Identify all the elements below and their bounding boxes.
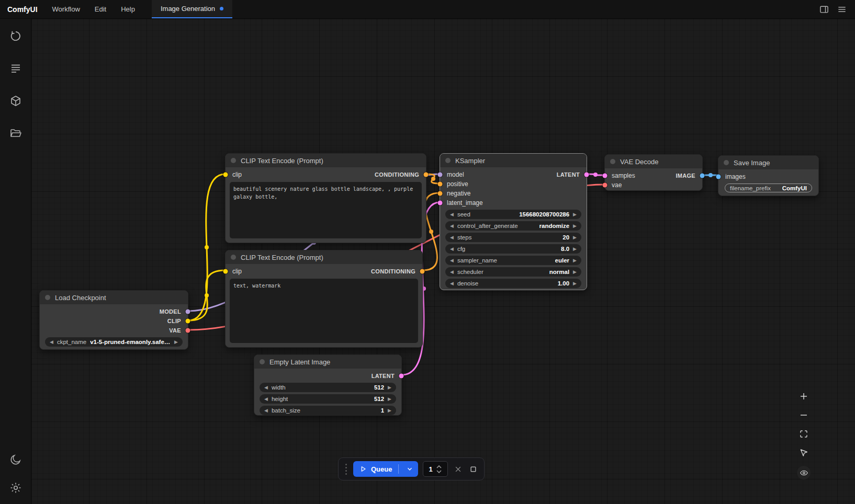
increment-arrow-icon[interactable]: ▶ [573, 224, 577, 228]
decrement-arrow-icon[interactable]: ◀ [450, 270, 454, 274]
collapse-dot[interactable] [610, 159, 615, 164]
increment-arrow-icon[interactable]: ▶ [388, 385, 391, 390]
stop-button[interactable] [468, 462, 479, 476]
menu-edit[interactable]: Edit [87, 0, 114, 18]
node-header[interactable]: Save Image [718, 156, 818, 169]
widget-scheduler[interactable]: ◀ scheduler normal ▶ [445, 267, 581, 277]
panel-toggle-icon[interactable] [817, 3, 831, 16]
input-port-model[interactable] [438, 173, 443, 177]
collapse-dot[interactable] [445, 158, 451, 163]
node-vae-decode[interactable]: VAE Decode samples IMAGE vae [604, 154, 703, 191]
node-load-checkpoint[interactable]: Load Checkpoint MODEL CLIP VAE ◀ ckpt_na… [39, 290, 188, 350]
input-port-vae[interactable] [603, 183, 608, 188]
output-port-latent[interactable] [584, 173, 589, 177]
increment-arrow-icon[interactable]: ▶ [573, 212, 577, 217]
select-mode-button[interactable] [798, 447, 809, 459]
widget-sampler-name[interactable]: ◀ sampler_name euler ▶ [445, 256, 581, 265]
increment-arrow-icon[interactable]: ▶ [388, 397, 391, 402]
positive-prompt-textarea[interactable]: beautiful scenery nature glass bottle la… [230, 182, 422, 238]
decrement-arrow-icon[interactable]: ◀ [450, 235, 454, 240]
collapse-dot[interactable] [231, 255, 236, 260]
settings-gear-icon[interactable] [9, 481, 22, 495]
widget-batch-size[interactable]: ◀ batch_size 1 ▶ [260, 406, 396, 415]
output-port-vae[interactable] [186, 328, 190, 333]
step-up-icon[interactable] [436, 465, 442, 468]
cancel-button[interactable] [453, 462, 463, 476]
widget-width[interactable]: ◀ width 512 ▶ [260, 383, 396, 392]
tab-image-generation[interactable]: Image Generation [152, 0, 232, 18]
toggle-link-visibility-button[interactable] [797, 466, 811, 479]
collapse-dot[interactable] [724, 160, 729, 165]
negative-prompt-textarea[interactable]: text, watermark [230, 279, 418, 343]
node-clip-text-encode-negative[interactable]: CLIP Text Encode (Prompt) clip CONDITION… [225, 250, 423, 348]
collapse-dot[interactable] [45, 295, 50, 300]
decrement-arrow-icon[interactable]: ◀ [450, 281, 454, 286]
increment-arrow-icon[interactable]: ▶ [573, 235, 577, 240]
node-header[interactable]: Load Checkpoint [40, 291, 188, 304]
output-port-conditioning[interactable] [424, 173, 429, 177]
decrement-arrow-icon[interactable]: ◀ [450, 258, 454, 263]
decrement-arrow-icon[interactable]: ◀ [264, 385, 268, 390]
history-icon[interactable] [9, 29, 22, 43]
node-save-image[interactable]: Save Image images filename_prefix ComfyU… [718, 155, 819, 196]
menu-help[interactable]: Help [114, 0, 142, 18]
node-header[interactable]: Empty Latent Image [254, 355, 401, 369]
increment-arrow-icon[interactable]: ▶ [174, 340, 178, 345]
input-port-latent-image[interactable] [438, 201, 443, 205]
output-port-image[interactable] [700, 174, 705, 178]
increment-arrow-icon[interactable]: ▶ [573, 281, 577, 286]
decrement-arrow-icon[interactable]: ◀ [264, 397, 268, 402]
widget-ckpt-name[interactable]: ◀ ckpt_name v1-5-pruned-emaonly.safete..… [45, 337, 183, 347]
input-port-clip[interactable] [223, 173, 228, 177]
input-port-samples[interactable] [603, 174, 608, 178]
node-header[interactable]: KSampler [440, 154, 587, 167]
output-port-model[interactable] [186, 310, 190, 314]
input-port-positive[interactable] [438, 182, 443, 187]
theme-moon-icon[interactable] [9, 453, 22, 466]
decrement-arrow-icon[interactable]: ◀ [450, 212, 454, 217]
widget-height[interactable]: ◀ height 512 ▶ [260, 394, 396, 404]
list-icon[interactable] [9, 62, 22, 75]
decrement-arrow-icon[interactable]: ◀ [264, 408, 268, 413]
input-port-images[interactable] [716, 175, 721, 179]
node-ksampler[interactable]: KSampler model LATENT positive negative … [440, 153, 587, 290]
increment-arrow-icon[interactable]: ▶ [573, 270, 577, 274]
collapse-dot[interactable] [260, 359, 265, 364]
decrement-arrow-icon[interactable]: ◀ [450, 224, 454, 228]
increment-arrow-icon[interactable]: ▶ [388, 408, 391, 413]
node-clip-text-encode-positive[interactable]: CLIP Text Encode (Prompt) clip CONDITION… [225, 153, 426, 243]
widget-denoise[interactable]: ◀ denoise 1.00 ▶ [445, 279, 581, 288]
drag-handle[interactable] [344, 464, 348, 475]
fit-view-button[interactable] [798, 428, 809, 440]
widget-seed[interactable]: ◀ seed 156680208700286 ▶ [445, 210, 581, 219]
output-port-conditioning[interactable] [420, 269, 425, 274]
increment-arrow-icon[interactable]: ▶ [573, 258, 577, 263]
node-header[interactable]: CLIP Text Encode (Prompt) [226, 154, 426, 167]
node-graph-canvas[interactable]: Load Checkpoint MODEL CLIP VAE ◀ ckpt_na… [31, 19, 855, 504]
menu-workflow[interactable]: Workflow [45, 0, 87, 18]
zoom-in-button[interactable] [798, 391, 809, 402]
batch-count-stepper[interactable]: 1 [423, 461, 448, 477]
decrement-arrow-icon[interactable]: ◀ [50, 340, 53, 345]
hamburger-menu-icon[interactable] [835, 3, 849, 16]
increment-arrow-icon[interactable]: ▶ [573, 247, 577, 251]
model-library-cube-icon[interactable] [9, 94, 22, 108]
widget-control-after-generate[interactable]: ◀ control_after_generate randomize ▶ [445, 221, 581, 231]
queue-button[interactable]: Queue [353, 461, 418, 477]
zoom-out-button[interactable] [798, 409, 809, 421]
decrement-arrow-icon[interactable]: ◀ [450, 247, 454, 251]
step-down-icon[interactable] [436, 470, 442, 473]
output-port-latent[interactable] [399, 374, 404, 379]
node-empty-latent-image[interactable]: Empty Latent Image LATENT ◀ width 512 ▶ … [254, 354, 402, 416]
output-port-clip[interactable] [186, 319, 190, 324]
queue-options-button[interactable] [402, 465, 417, 473]
node-header[interactable]: CLIP Text Encode (Prompt) [226, 250, 422, 264]
widget-cfg[interactable]: ◀ cfg 8.0 ▶ [445, 244, 581, 254]
node-header[interactable]: VAE Decode [605, 155, 702, 168]
input-port-negative[interactable] [438, 191, 443, 196]
workflows-folder-icon[interactable] [9, 127, 22, 140]
collapse-dot[interactable] [231, 158, 236, 163]
widget-steps[interactable]: ◀ steps 20 ▶ [445, 233, 581, 242]
widget-filename-prefix[interactable]: filename_prefix ComfyUI [725, 184, 812, 192]
input-port-clip[interactable] [223, 269, 228, 274]
